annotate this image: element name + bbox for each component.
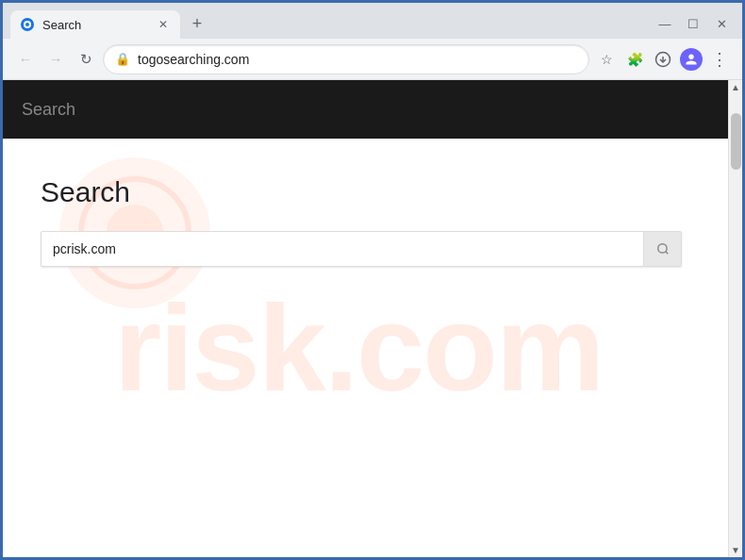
- scrollbar[interactable]: ▲ ▼: [728, 80, 742, 557]
- address-text: togosearching.com: [138, 52, 577, 67]
- bookmark-button[interactable]: ☆: [593, 46, 620, 73]
- window-controls: — ☐ ✕: [652, 12, 742, 35]
- browser-frame: Search ✕ + — ☐ ✕ ← → ↻ 🔒 tog: [3, 3, 742, 557]
- maximize-button[interactable]: ☐: [680, 12, 706, 35]
- scrollbar-thumb[interactable]: [731, 113, 741, 170]
- search-input[interactable]: [41, 234, 643, 264]
- search-heading: Search: [41, 176, 690, 208]
- main-content: Search risk.com Search: [3, 80, 728, 557]
- watermark-text: risk.com: [114, 277, 604, 419]
- search-form-area: Search: [3, 139, 728, 286]
- address-bar: ← → ↻ 🔒 togosearching.com ☆ 🧩: [3, 39, 742, 80]
- active-tab[interactable]: Search ✕: [10, 10, 180, 39]
- site-header: Search: [3, 80, 728, 139]
- lock-icon: 🔒: [115, 52, 130, 66]
- svg-line-3: [665, 252, 668, 255]
- address-input-container[interactable]: 🔒 togosearching.com: [103, 44, 589, 74]
- tab-bar: Search ✕ + — ☐ ✕: [3, 3, 742, 39]
- download-icon[interactable]: [650, 46, 676, 73]
- extensions-button[interactable]: 🧩: [621, 46, 648, 73]
- menu-button[interactable]: ⋮: [706, 46, 733, 73]
- scrollbar-up-arrow[interactable]: ▲: [729, 80, 743, 94]
- address-actions: ☆ 🧩 ⋮: [593, 46, 733, 73]
- search-box-container: [41, 231, 682, 267]
- page-content: Search risk.com Search: [3, 80, 742, 557]
- new-tab-button[interactable]: +: [184, 10, 210, 37]
- forward-button[interactable]: →: [42, 46, 69, 73]
- search-submit-button[interactable]: [643, 232, 681, 266]
- refresh-button[interactable]: ↻: [73, 46, 99, 73]
- site-header-title: Search: [22, 100, 75, 120]
- tab-favicon: [20, 17, 35, 32]
- tab-title: Search: [42, 18, 148, 32]
- profile-button[interactable]: [678, 46, 704, 73]
- back-button[interactable]: ←: [12, 46, 39, 73]
- svg-point-2: [657, 244, 666, 253]
- scrollbar-down-arrow[interactable]: ▼: [729, 543, 743, 557]
- avatar: [680, 48, 703, 71]
- search-icon: [656, 242, 670, 255]
- close-button[interactable]: ✕: [708, 12, 735, 35]
- tab-close-button[interactable]: ✕: [156, 17, 171, 32]
- minimize-button[interactable]: —: [652, 12, 678, 35]
